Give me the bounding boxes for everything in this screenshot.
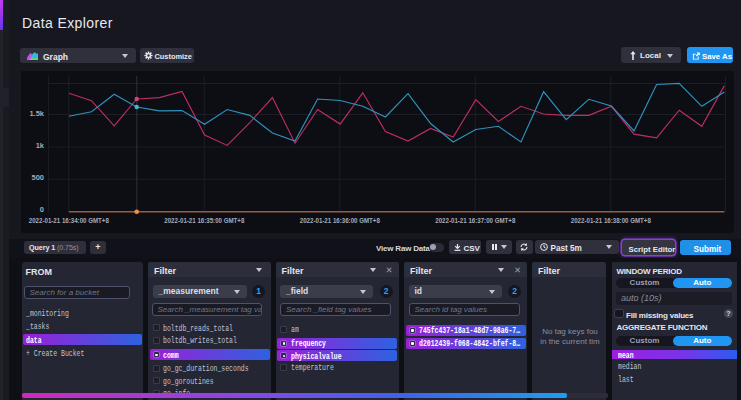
svg-text:2022-01-21 16:35:00 GMT+8: 2022-01-21 16:35:00 GMT+8 (164, 217, 244, 224)
svg-text:2022-01-21 16:36:00 GMT+8: 2022-01-21 16:36:00 GMT+8 (300, 217, 380, 224)
svg-text:500: 500 (31, 173, 44, 182)
svg-text:1.5k: 1.5k (29, 109, 44, 118)
svg-text:2022-01-21 16:38:00 GMT+8: 2022-01-21 16:38:00 GMT+8 (571, 217, 651, 224)
svg-text:1k: 1k (36, 141, 45, 150)
svg-text:2022-01-21 16:37:00 GMT+8: 2022-01-21 16:37:00 GMT+8 (435, 217, 515, 224)
svg-text:0: 0 (40, 205, 44, 214)
svg-text:2022-01-21 16:34:00 GMT+8: 2022-01-21 16:34:00 GMT+8 (29, 217, 109, 224)
